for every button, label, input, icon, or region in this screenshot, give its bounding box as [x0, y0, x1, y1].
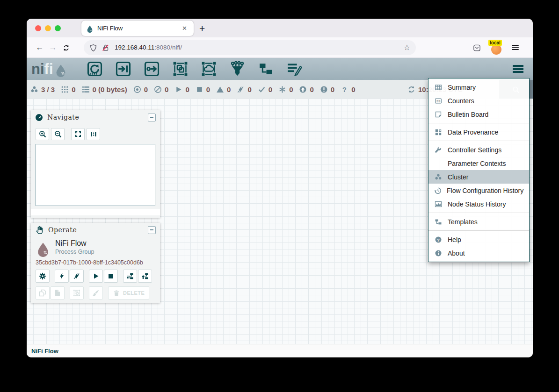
remote-process-group-icon — [201, 61, 217, 77]
global-menu-button[interactable] — [513, 65, 523, 73]
running-icon — [174, 86, 182, 93]
status-value: 3 / 3 — [41, 86, 55, 93]
menu-item-help[interactable]: ?Help — [428, 233, 529, 246]
node-status-icon — [435, 200, 442, 208]
menu-item-flow-configuration-history[interactable]: Flow Configuration History — [428, 184, 529, 197]
zoom-actual-button[interactable] — [87, 128, 100, 140]
browser-actions: local — [473, 41, 519, 55]
menu-item-label: Data Provenance — [448, 128, 498, 136]
close-window-button[interactable] — [35, 25, 41, 31]
new-tab-button[interactable]: + — [199, 23, 205, 33]
collapse-operate-button[interactable] — [148, 226, 156, 234]
menu-item-templates[interactable]: Templates — [428, 215, 529, 228]
lightning-button[interactable] — [55, 270, 69, 283]
upload-template-button[interactable] — [138, 270, 152, 283]
url-bar[interactable]: 192.168.40.11:8080/nifi/ ☆ — [84, 40, 416, 55]
avatar — [491, 44, 501, 55]
selected-component: NiFi Flow Process Group — [36, 239, 155, 255]
stale-icon — [299, 86, 307, 93]
menu-item-label: Controller Settings — [448, 146, 501, 154]
insecure-lock-icon[interactable] — [102, 43, 110, 51]
paste-button — [51, 286, 65, 299]
menu-item-data-provenance[interactable]: Data Provenance — [428, 125, 529, 139]
zoom-in-button[interactable] — [36, 128, 49, 140]
component-funnel[interactable] — [230, 61, 245, 77]
operate-button-group — [123, 270, 152, 283]
menu-item-label: Counters — [448, 97, 474, 105]
browser-tab[interactable]: NiFi Flow ✕ — [81, 21, 194, 36]
nifi-drop-icon — [54, 63, 67, 76]
browser-menu-button[interactable] — [512, 45, 519, 50]
flow-name: NiFi Flow — [55, 239, 94, 248]
operate-header: Operate — [31, 223, 160, 237]
gear-button[interactable] — [36, 270, 50, 283]
component-process-group[interactable] — [173, 61, 188, 77]
status-value: 0 — [247, 86, 251, 93]
operate-buttons-row1 — [36, 270, 160, 283]
bookmark-star-icon[interactable]: ☆ — [404, 43, 410, 52]
menu-item-cluster[interactable]: Cluster — [428, 170, 529, 184]
component-template[interactable] — [258, 61, 274, 77]
locally-modified-icon — [278, 86, 286, 93]
svg-text:23: 23 — [436, 99, 440, 103]
menu-item-about[interactable]: About — [428, 246, 529, 260]
maximize-window-button[interactable] — [55, 25, 61, 31]
breadcrumb[interactable]: NiFi Flow — [31, 348, 58, 355]
operate-hand-icon — [35, 225, 44, 234]
close-tab-icon[interactable]: ✕ — [180, 24, 189, 33]
component-label[interactable] — [287, 61, 302, 77]
menu-separator — [428, 141, 529, 141]
stop-button[interactable] — [104, 270, 118, 283]
pocket-icon[interactable] — [473, 43, 481, 51]
status-up-to-date: 0 — [258, 86, 272, 93]
window-controls — [35, 25, 61, 31]
operate-hand-icon — [35, 226, 44, 235]
profile-avatar[interactable]: local — [490, 41, 502, 55]
status-value: 0 — [269, 86, 272, 93]
collapse-navigate-button[interactable] — [148, 114, 156, 121]
label-icon — [287, 61, 302, 77]
history-icon — [434, 187, 442, 194]
birdseye-view[interactable] — [36, 144, 155, 206]
zoom-out-button[interactable] — [51, 128, 65, 140]
status-value: 0 — [331, 86, 334, 93]
play-button[interactable] — [89, 270, 103, 283]
process-group-drop-icon — [36, 240, 51, 255]
component-input-port[interactable] — [116, 61, 131, 77]
cluster-icon — [435, 173, 442, 181]
operate-title: Operate — [48, 226, 77, 234]
group-selection-icon — [73, 289, 80, 297]
delete-icon — [113, 289, 120, 297]
navigate-title: Navigate — [47, 114, 79, 121]
status-value: 0 — [227, 86, 231, 93]
operate-panel: Operate NiFi Flow Process Group 35cbd3b7… — [31, 223, 160, 303]
status-value: 0 — [72, 86, 75, 93]
operate-button-group — [55, 270, 84, 283]
shield-icon[interactable] — [89, 43, 97, 51]
drop-icon — [54, 64, 67, 77]
menu-item-controller-settings[interactable]: Controller Settings — [428, 143, 529, 157]
refresh-icon — [407, 86, 415, 93]
status-sync-failure: ?0 — [341, 86, 355, 93]
menu-item-node-status-history[interactable]: Node Status History — [428, 197, 529, 211]
input-port-icon — [116, 61, 131, 77]
component-output-port[interactable] — [144, 61, 160, 77]
component-processor[interactable] — [87, 61, 102, 77]
menu-item-bulletin-board[interactable]: Bulletin Board — [428, 107, 529, 121]
zoom-in-icon — [39, 130, 46, 138]
back-button[interactable]: ← — [33, 43, 46, 52]
reload-button[interactable] — [59, 43, 73, 52]
menu-item-summary[interactable]: Summary — [428, 80, 529, 94]
component-remote-process-group[interactable] — [201, 61, 217, 77]
menu-item-parameter-contexts[interactable]: Parameter Contexts — [428, 157, 529, 170]
zoom-fit-button[interactable] — [71, 128, 85, 140]
svg-text:?: ? — [342, 86, 347, 93]
lightning-slash-button[interactable] — [70, 270, 84, 283]
menu-item-counters[interactable]: 23Counters — [428, 94, 529, 107]
play-icon — [92, 272, 100, 280]
minimize-window-button[interactable] — [45, 25, 51, 31]
lightning-icon — [58, 272, 65, 280]
menu-separator — [428, 123, 529, 123]
zoom-actual-icon — [90, 130, 97, 138]
save-template-button[interactable] — [123, 270, 137, 283]
